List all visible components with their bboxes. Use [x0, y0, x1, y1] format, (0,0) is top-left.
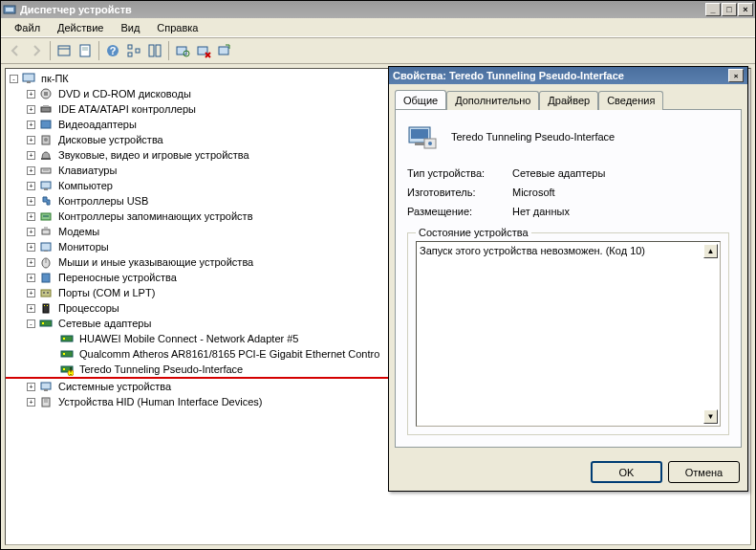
- svg-rect-54: [63, 353, 65, 355]
- tree-button[interactable]: [123, 40, 144, 61]
- dialog-titlebar[interactable]: Свойства: Teredo Tunneling Pseudo-Interf…: [389, 67, 747, 84]
- category-icon: [38, 194, 54, 208]
- mfr-label: Изготовитель:: [407, 187, 512, 198]
- tabstrip: Общие Дополнительно Драйвер Сведения: [389, 84, 747, 109]
- menu-file[interactable]: Файл: [7, 20, 48, 34]
- category-icon: [38, 395, 54, 408]
- list-button[interactable]: [144, 40, 165, 61]
- svg-point-28: [44, 138, 48, 142]
- scan-button[interactable]: [172, 40, 193, 61]
- cancel-button[interactable]: Отмена: [668, 461, 740, 483]
- menubar: Файл Действие Вид Справка: [1, 18, 755, 37]
- expand-icon[interactable]: +: [27, 182, 35, 190]
- scroll-down-button[interactable]: ▼: [703, 409, 718, 424]
- ok-button[interactable]: OK: [591, 461, 662, 483]
- network-adapter-icon: [59, 347, 75, 361]
- expand-icon[interactable]: +: [27, 243, 35, 252]
- menu-help[interactable]: Справка: [149, 20, 205, 34]
- expand-icon[interactable]: +: [27, 289, 35, 297]
- collapse-icon[interactable]: -: [10, 75, 18, 83]
- dialog-title: Свойства: Teredo Tunneling Pseudo-Interf…: [393, 70, 728, 81]
- menu-action[interactable]: Действие: [50, 20, 111, 34]
- expand-icon[interactable]: +: [27, 383, 35, 391]
- svg-rect-52: [63, 338, 65, 340]
- minimize-button[interactable]: _: [705, 3, 721, 16]
- svg-rect-39: [44, 251, 48, 252]
- expand-icon[interactable]: +: [27, 398, 35, 407]
- uninstall-button[interactable]: [193, 40, 214, 61]
- svg-rect-48: [47, 305, 48, 306]
- svg-rect-53: [61, 351, 73, 357]
- svg-rect-46: [43, 304, 49, 313]
- tab-advanced[interactable]: Дополнительно: [446, 91, 539, 110]
- app-icon: [3, 3, 16, 16]
- svg-text:?: ?: [110, 45, 117, 56]
- svg-rect-66: [415, 143, 424, 145]
- svg-rect-49: [40, 320, 52, 326]
- expand-icon[interactable]: +: [27, 274, 35, 282]
- category-icon: [38, 148, 54, 162]
- maximize-button[interactable]: □: [722, 3, 737, 16]
- status-group: Состояние устройства Запуск этого устрой…: [407, 232, 729, 435]
- expand-icon[interactable]: +: [27, 197, 35, 206]
- dialog-buttons: OK Отмена: [389, 453, 747, 491]
- expand-icon[interactable]: +: [27, 166, 35, 175]
- help-button[interactable]: ?: [102, 40, 123, 61]
- svg-rect-10: [128, 53, 132, 56]
- svg-rect-59: [41, 383, 51, 389]
- svg-rect-60: [44, 389, 48, 391]
- category-icon: [38, 164, 54, 177]
- category-icon: [38, 240, 54, 253]
- expand-icon[interactable]: +: [27, 304, 35, 313]
- svg-rect-47: [44, 305, 45, 306]
- menu-view[interactable]: Вид: [113, 20, 147, 34]
- category-icon: [38, 301, 54, 315]
- close-button[interactable]: ×: [738, 3, 753, 16]
- tab-details[interactable]: Сведения: [598, 91, 663, 110]
- category-icon: [38, 225, 54, 238]
- update-driver-button[interactable]: [214, 40, 235, 61]
- expand-icon[interactable]: +: [27, 258, 35, 267]
- expand-icon[interactable]: +: [27, 151, 35, 160]
- loc-value: Нет данных: [512, 206, 570, 217]
- dialog-close-button[interactable]: ×: [728, 69, 744, 82]
- properties-dialog: Свойства: Teredo Tunneling Pseudo-Interf…: [388, 66, 748, 492]
- svg-rect-20: [23, 74, 34, 81]
- back-button[interactable]: [5, 40, 26, 61]
- properties-button[interactable]: [75, 40, 96, 61]
- window-title: Диспетчер устройств: [20, 4, 705, 15]
- collapse-icon[interactable]: -: [27, 319, 35, 328]
- expand-icon[interactable]: +: [27, 136, 35, 144]
- svg-rect-25: [43, 105, 49, 107]
- toolbar: ?: [1, 37, 755, 64]
- svg-rect-50: [42, 322, 44, 324]
- expand-icon[interactable]: +: [27, 105, 35, 114]
- category-icon: [38, 118, 54, 131]
- type-label: Тип устройства:: [407, 167, 512, 179]
- scroll-up-button[interactable]: ▲: [703, 244, 718, 258]
- tab-driver[interactable]: Драйвер: [539, 91, 598, 110]
- expand-icon[interactable]: +: [27, 212, 35, 221]
- status-text: Запуск этого устройства невозможен. (Код…: [420, 245, 645, 256]
- type-value: Сетевые адаптеры: [512, 167, 605, 179]
- svg-rect-9: [128, 45, 132, 49]
- expand-icon[interactable]: +: [27, 121, 35, 129]
- titlebar[interactable]: Диспетчер устройств _ □ ×: [1, 1, 755, 18]
- tab-general[interactable]: Общие: [395, 90, 446, 109]
- expand-icon[interactable]: +: [27, 90, 35, 99]
- expand-icon[interactable]: +: [27, 228, 35, 236]
- forward-button[interactable]: [26, 40, 47, 61]
- show-hidden-button[interactable]: [54, 40, 75, 61]
- svg-text:!: !: [69, 365, 72, 376]
- svg-rect-26: [41, 121, 51, 128]
- category-icon: [38, 271, 54, 284]
- network-adapter-icon: !: [59, 363, 75, 376]
- network-adapter-icon: [59, 332, 75, 345]
- svg-rect-32: [41, 182, 51, 188]
- status-text-area[interactable]: Запуск этого устройства невозможен. (Код…: [416, 241, 721, 427]
- svg-rect-2: [58, 46, 70, 55]
- content-area: - пк-ПК +DVD и CD-ROM дисководы+IDE ATA/…: [1, 64, 755, 549]
- computer-icon: [21, 72, 36, 85]
- tab-general-body: Teredo Tunneling Pseudo-Interface Тип ус…: [395, 109, 742, 448]
- category-icon: [38, 380, 54, 393]
